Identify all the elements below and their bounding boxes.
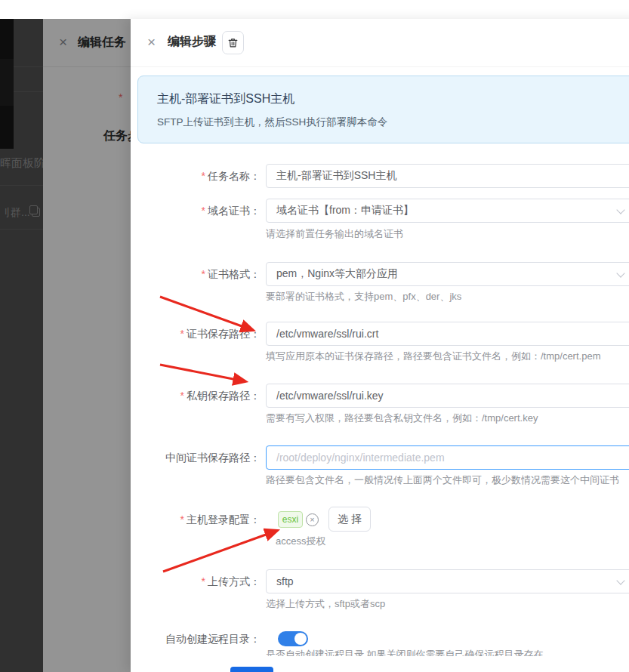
host-access-label: *主机登录配置： <box>131 507 261 532</box>
key-path-input[interactable] <box>266 384 629 408</box>
required-asterisk: * <box>202 170 205 182</box>
upload-mode-hint: 选择上传方式，sftp或者scp <box>266 597 385 611</box>
edit-step-drawer: × 编辑步骤 主机-部署证书到SSH主机 SFTP上传证书到主机，然后SSH执行… <box>131 19 629 672</box>
intermediate-path-input[interactable] <box>266 445 629 470</box>
domain-cert-select[interactable] <box>266 199 629 223</box>
remove-tag-icon[interactable]: × <box>306 513 319 526</box>
task-name-input[interactable] <box>266 164 629 188</box>
intermediate-path-hint: 路径要包含文件名，一般情况传上面两个文件即可，极少数情况需要这个中间证书 <box>266 473 619 487</box>
step-info-description: SFTP上传证书到主机，然后SSH执行部署脚本命令 <box>157 116 387 129</box>
host-access-hint: access授权 <box>276 535 325 548</box>
auto-mkdir-label: 自动创建远程目录： <box>131 627 261 651</box>
edit-step-drawer-title: 编辑步骤 <box>168 34 216 50</box>
drawer-footer <box>131 656 629 672</box>
required-asterisk: * <box>202 205 205 217</box>
domain-cert-hint: 请选择前置任务输出的域名证书 <box>266 227 403 241</box>
step-info-banner: 主机-部署证书到SSH主机 SFTP上传证书到主机，然后SSH执行部署脚本命令 <box>137 76 629 143</box>
key-path-label: *私钥保存路径： <box>131 384 261 408</box>
step-info-title: 主机-部署证书到SSH主机 <box>157 91 294 107</box>
close-icon[interactable]: × <box>147 35 156 50</box>
choose-host-button[interactable]: 选 择 <box>328 507 371 532</box>
domain-cert-label: *域名证书： <box>131 199 261 223</box>
intermediate-path-label: 中间证书保存路径： <box>131 445 261 470</box>
cert-path-hint: 填写应用原本的证书保存路径，路径要包含证书文件名，例如：/tmp/cert.pe… <box>266 350 600 363</box>
cert-path-input[interactable] <box>266 322 629 346</box>
toggle-knob <box>294 633 307 645</box>
required-asterisk: * <box>180 328 184 340</box>
app-screen: 晖面板阶 刂群... × 编辑任务 * 任务步 × 编辑步骤 主机-部署证书到S… <box>0 0 629 672</box>
required-asterisk: * <box>180 390 184 402</box>
delete-step-button[interactable] <box>222 31 244 54</box>
cert-format-hint: 要部署的证书格式，支持pem、pfx、der、jks <box>266 290 461 304</box>
upload-mode-select[interactable] <box>266 569 629 593</box>
cert-format-label: *证书格式： <box>131 262 261 286</box>
edit-step-drawer-header: × 编辑步骤 <box>131 19 629 67</box>
upload-mode-label: *上传方式： <box>131 569 261 593</box>
required-asterisk: * <box>180 513 184 526</box>
cert-path-label: *证书保存路径： <box>131 322 261 346</box>
required-asterisk: * <box>202 268 205 280</box>
key-path-hint: 需要有写入权限，路径要包含私钥文件名，例如：/tmp/cert.key <box>266 412 538 425</box>
cert-format-select[interactable] <box>266 262 629 286</box>
host-access-tag[interactable]: esxi <box>278 511 303 528</box>
modal-overlay-inner <box>0 19 131 672</box>
trash-icon <box>227 37 239 48</box>
required-asterisk: * <box>202 575 205 587</box>
task-name-label: *任务名称： <box>131 164 261 188</box>
auto-mkdir-toggle[interactable] <box>278 631 308 646</box>
save-button[interactable] <box>230 667 273 672</box>
